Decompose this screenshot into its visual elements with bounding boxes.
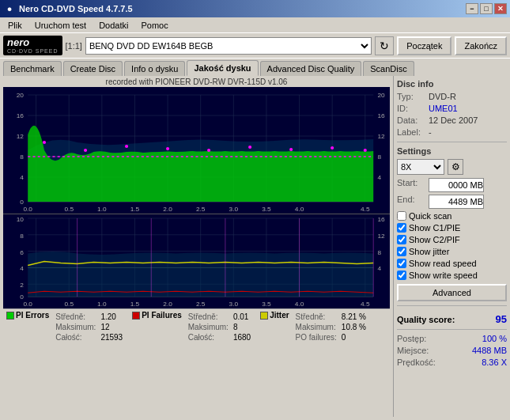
tab-scandisc[interactable]: ScanDisc — [363, 61, 414, 76]
postep-label: Postęp: — [397, 334, 426, 343]
app-icon: ● — [3, 2, 16, 15]
end-mb-label: End: — [397, 195, 429, 209]
divider-1 — [397, 142, 507, 142]
svg-text:0: 0 — [20, 199, 24, 206]
miejsce-value: 4488 MB — [472, 346, 507, 355]
svg-text:4: 4 — [20, 266, 24, 273]
show-c2-checkbox[interactable] — [397, 235, 406, 244]
jitter-legend — [260, 312, 268, 320]
quick-scan-checkbox[interactable] — [397, 211, 406, 221]
tab-jakosc-dysku[interactable]: Jakość dysku — [187, 60, 258, 76]
svg-text:1.0: 1.0 — [97, 301, 107, 308]
svg-text:2.0: 2.0 — [163, 301, 172, 308]
start-mb-input[interactable] — [429, 178, 484, 192]
svg-point-27 — [364, 149, 367, 152]
close-button[interactable]: ✕ — [494, 3, 507, 14]
pi-failures-legend — [132, 312, 140, 320]
refresh-button[interactable]: ↻ — [375, 36, 394, 55]
show-read-label: Show read speed — [409, 259, 477, 268]
svg-text:8: 8 — [377, 153, 381, 161]
svg-point-21 — [125, 145, 128, 148]
jitter-group: Jitter Středně: 8.21 % Maksimum: 10.8 % … — [260, 311, 369, 343]
svg-text:4.5: 4.5 — [361, 301, 370, 308]
menu-plik[interactable]: Plik — [3, 20, 27, 31]
pi-errors-label: PI Errors — [16, 311, 49, 320]
show-c2-label: Show C2/PIF — [409, 235, 460, 244]
start-mb-label: Start: — [397, 178, 429, 192]
pi-errors-legend — [6, 312, 14, 320]
chart-top: 20 16 12 8 4 0 20 16 12 8 4 0.0 0.5 1.0 … — [3, 87, 390, 214]
svg-text:1.5: 1.5 — [130, 206, 140, 213]
speed-select[interactable]: 8X — [397, 159, 444, 175]
pif-avg-value: 0.01 — [232, 312, 252, 321]
pif-total-label: Całość: — [187, 333, 230, 342]
svg-text:4.5: 4.5 — [361, 206, 370, 213]
chart-area: recorded with PIONEER DVD-RW DVR-115D v1… — [0, 76, 393, 417]
menu-pomoc[interactable]: Pomoc — [136, 20, 172, 31]
show-c1-row: Show C1/PIE — [397, 223, 507, 233]
jitter-max-value: 10.8 % — [340, 323, 368, 331]
nero-sublogo: CD·DVD SPEED — [7, 48, 59, 55]
end-mb-row: End: — [397, 195, 507, 209]
start-button[interactable]: Początek — [397, 36, 451, 55]
pi-max-value: 12 — [99, 323, 124, 331]
jitter-avg-value: 8.21 % — [340, 312, 368, 321]
minimize-button[interactable]: − — [466, 3, 478, 14]
po-failures-value: 0 — [340, 333, 368, 342]
jitter-avg-label: Středně: — [294, 312, 338, 321]
disc-label-label: Label: — [397, 127, 429, 137]
settings-title: Settings — [397, 146, 507, 156]
svg-text:0.0: 0.0 — [23, 206, 32, 213]
svg-text:12: 12 — [17, 133, 25, 140]
menu-dodatki[interactable]: Dodatki — [94, 20, 133, 31]
predkosc-value: 8.36 X — [482, 358, 507, 367]
svg-text:8: 8 — [377, 249, 381, 256]
svg-text:4: 4 — [20, 174, 24, 181]
divider-2 — [397, 305, 507, 306]
tab-benchmark[interactable]: Benchmark — [3, 61, 62, 76]
svg-text:12: 12 — [377, 233, 385, 240]
show-jitter-checkbox[interactable] — [397, 247, 406, 256]
disc-type-row: Typ: DVD-R — [397, 92, 507, 101]
postep-value: 100 % — [482, 334, 507, 343]
end-mb-input[interactable] — [429, 195, 484, 209]
svg-text:0.5: 0.5 — [64, 301, 74, 308]
settings-icon-btn[interactable]: ⚙ — [448, 159, 463, 175]
disc-type-value: DVD-R — [429, 92, 456, 101]
menu-bar: Plik Uruchom test Dodatki Pomoc — [0, 17, 510, 33]
svg-text:8: 8 — [20, 233, 24, 240]
show-write-label: Show write speed — [409, 271, 478, 280]
pi-max-label: Maksimum: — [54, 323, 97, 331]
quality-row: Quality score: 95 — [397, 313, 507, 325]
svg-point-24 — [248, 146, 251, 149]
show-c2-row: Show C2/PIF — [397, 235, 507, 244]
svg-text:12: 12 — [377, 133, 385, 140]
quick-scan-label: Quick scan — [409, 211, 451, 221]
svg-text:16: 16 — [377, 112, 385, 119]
show-c1-checkbox[interactable] — [397, 223, 406, 233]
svg-text:20: 20 — [17, 92, 25, 99]
jitter-label: Jitter — [270, 311, 289, 320]
tab-info-dysku[interactable]: Info o dysku — [124, 61, 185, 76]
drive-select[interactable]: BENQ DVD DD EW164B BEGB — [85, 37, 372, 55]
show-jitter-label: Show jitter — [409, 247, 449, 256]
chart-subtitle: recorded with PIONEER DVD-RW DVR-115D v1… — [3, 78, 390, 86]
tab-create-disc[interactable]: Create Disc — [63, 61, 123, 76]
show-write-checkbox[interactable] — [397, 271, 406, 280]
pif-max-value: 8 — [232, 323, 252, 331]
svg-point-19 — [43, 141, 46, 144]
advanced-button[interactable]: Advanced — [397, 284, 507, 301]
stats-bar: PI Errors Středně: 1.20 Maksimum: 12 Cał… — [3, 308, 390, 345]
maximize-button[interactable]: □ — [480, 3, 493, 14]
menu-uruchom[interactable]: Uruchom test — [30, 20, 91, 31]
svg-text:1.0: 1.0 — [97, 206, 107, 213]
quality-score: 95 — [496, 313, 507, 325]
po-failures-label: PO failures: — [294, 333, 338, 342]
svg-text:4.0: 4.0 — [295, 206, 304, 213]
svg-text:16: 16 — [17, 112, 25, 119]
disc-info-title: Disc info — [397, 79, 507, 89]
miejsce-row: Miejsce: 4488 MB — [397, 346, 507, 355]
show-read-checkbox[interactable] — [397, 259, 406, 268]
end-button[interactable]: Zakończ — [455, 36, 507, 55]
tab-advanced-disc[interactable]: Advanced Disc Quality — [260, 61, 362, 76]
